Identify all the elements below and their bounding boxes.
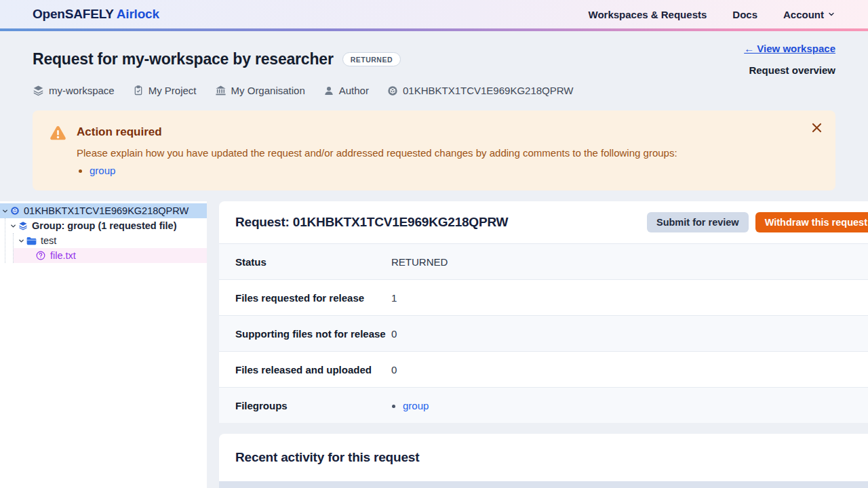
close-icon <box>810 121 823 134</box>
request-summary-card: Request: 01KHBKTX1TCV1E969KG218QPRW Subm… <box>219 201 868 423</box>
alert-close-button[interactable] <box>806 117 827 138</box>
action-required-alert: Action required Please explain how you h… <box>33 110 835 190</box>
meta-organisation: My Organisation <box>215 85 305 96</box>
question-circle-icon <box>36 251 45 260</box>
main-panel: Request: 01KHBKTX1TCV1E969KG218QPRW Subm… <box>219 201 868 488</box>
warning-triangle-icon <box>49 124 67 176</box>
tree-indent-guide <box>13 233 14 263</box>
detail-row-filegroups: Filegroups group <box>219 387 868 423</box>
request-overview-label: Request overview <box>749 64 835 76</box>
top-navbar: OpenSAFELY Airlock Workspaces & Requests… <box>0 0 868 28</box>
layers-icon <box>33 85 44 96</box>
user-icon <box>323 85 334 96</box>
detail-label: Supporting files not for release <box>235 328 391 340</box>
nav-docs-label: Docs <box>732 9 757 20</box>
filegroup-link[interactable]: group <box>403 400 429 411</box>
logo-primary: OpenSAFELY <box>33 7 113 21</box>
meta-workspace: my-workspace <box>33 85 115 96</box>
layers-icon <box>18 221 28 230</box>
detail-label: Filegroups <box>235 400 391 411</box>
recent-activity-card: Recent activity for this request Time Us… <box>219 434 868 488</box>
meta-author-label: Author <box>339 85 369 96</box>
meta-request-id: 01KHBKTX1TCV1E969KG218QPRW <box>387 85 574 96</box>
detail-value: 0 <box>391 364 397 375</box>
nav-links: Workspaces & Requests Docs Account <box>589 9 835 20</box>
nav-workspaces-requests-label: Workspaces & Requests <box>589 9 707 20</box>
request-id-icon <box>387 85 398 96</box>
logo-secondary: Airlock <box>117 7 159 21</box>
request-id-icon <box>10 206 20 216</box>
submit-for-review-button[interactable]: Submit for review <box>647 212 749 232</box>
detail-value: RETURNED <box>391 256 448 268</box>
view-workspace-link[interactable]: ← View workspace <box>744 43 835 54</box>
tree-item-label: file.txt <box>50 250 76 261</box>
tree-item-group[interactable]: Group: group (1 requested file) <box>0 218 207 233</box>
tree-indent-guide <box>5 218 5 263</box>
app-logo[interactable]: OpenSAFELY Airlock <box>33 7 159 22</box>
detail-label: Status <box>235 256 391 268</box>
tree-item-label: Group: group (1 requested file) <box>32 220 176 231</box>
nav-account-label: Account <box>783 9 824 20</box>
meta-project: My Project <box>133 85 197 96</box>
meta-workspace-label: my-workspace <box>49 85 115 96</box>
activity-title: Recent activity for this request <box>219 450 868 465</box>
tree-item-label: test <box>41 235 56 246</box>
nav-docs[interactable]: Docs <box>732 9 757 20</box>
alert-message: Please explain how you have updated the … <box>77 146 677 160</box>
file-tree-sidebar: 01KHBKTX1TCV1E969KG218QPRW Group: group … <box>0 201 207 488</box>
page-title: Request for my-workspace by researcher <box>33 50 334 68</box>
folder-icon <box>26 237 37 245</box>
detail-label: Files released and uploaded <box>235 364 391 375</box>
detail-label: Files requested for release <box>235 292 391 304</box>
detail-value: 0 <box>391 328 397 340</box>
meta-project-label: My Project <box>149 85 197 96</box>
alert-group-list: group <box>90 165 677 176</box>
detail-value: 1 <box>391 292 397 304</box>
tree-item-request[interactable]: 01KHBKTX1TCV1E969KG218QPRW <box>0 203 207 218</box>
clipboard-icon <box>133 85 144 96</box>
detail-row-status: Status RETURNED <box>219 243 868 279</box>
alert-group-item: group <box>90 165 677 176</box>
nav-account-menu[interactable]: Account <box>783 9 835 20</box>
page-header: Request for my-workspace by researcher R… <box>0 31 868 96</box>
filegroup-list: group <box>403 400 429 411</box>
bank-icon <box>215 85 226 96</box>
status-badge: RETURNED <box>342 52 401 66</box>
meta-author: Author <box>323 85 369 96</box>
filegroup-list-item: group <box>403 400 429 411</box>
request-card-title: Request: 01KHBKTX1TCV1E969KG218QPRW <box>235 215 508 230</box>
activity-table-header: Time User <box>219 481 868 488</box>
request-meta-row: my-workspace My Project My Organisation … <box>33 85 835 96</box>
detail-row-files-requested: Files requested for release 1 <box>219 279 868 315</box>
nav-workspaces-requests[interactable]: Workspaces & Requests <box>589 9 707 20</box>
withdraw-request-button[interactable]: Withdraw this request <box>755 212 868 232</box>
chevron-down-icon <box>9 222 17 230</box>
alert-group-link[interactable]: group <box>90 165 115 176</box>
alert-title: Action required <box>77 125 677 139</box>
meta-request-id-label: 01KHBKTX1TCV1E969KG218QPRW <box>403 85 574 96</box>
tree-item-file-txt[interactable]: file.txt <box>14 248 207 263</box>
chevron-down-icon <box>18 237 25 245</box>
chevron-down-icon <box>1 207 9 215</box>
detail-row-files-released: Files released and uploaded 0 <box>219 351 868 387</box>
tree-item-folder-test[interactable]: test <box>0 233 207 248</box>
meta-organisation-label: My Organisation <box>231 85 305 96</box>
detail-row-supporting-files: Supporting files not for release 0 <box>219 315 868 351</box>
chevron-down-icon <box>827 10 835 18</box>
tree-item-label: 01KHBKTX1TCV1E969KG218QPRW <box>24 205 189 216</box>
